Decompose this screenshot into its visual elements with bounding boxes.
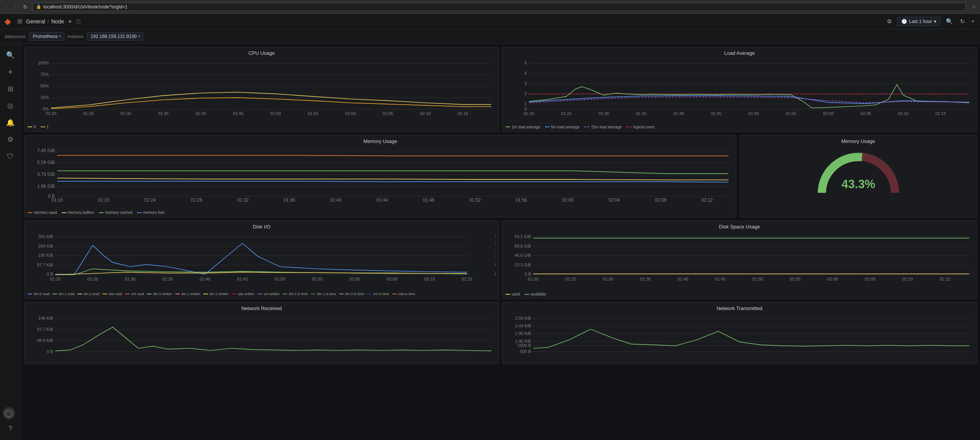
legend-disk-avail-color [525, 294, 529, 295]
legend-disk-used: used [506, 292, 520, 296]
svg-text:01:45: 01:45 [237, 277, 248, 281]
zoom-out-button[interactable]: 🔍 [944, 16, 955, 26]
svg-text:01:48: 01:48 [423, 197, 434, 203]
legend-dm0-io: dm-0 io time [339, 292, 364, 296]
legend-load-1m: 1m load average [506, 125, 540, 129]
disk-io-svg: 391 KiB 293 KiB 195 KiB 97.7 KiB 0 B 25 … [28, 233, 496, 288]
settings-button[interactable]: ⚙ [885, 16, 893, 26]
disk-space-title: Disk Space Usage [502, 221, 977, 231]
svg-text:01:20: 01:20 [528, 277, 539, 281]
legend-load-logical-label: logical cores [633, 125, 655, 129]
svg-text:25 ms: 25 ms [495, 234, 496, 239]
row2: Memory Usage 7.45 GiB 5.59 GiB [24, 135, 977, 217]
svg-text:02:05: 02:05 [387, 277, 398, 281]
svg-text:0: 0 [524, 107, 527, 111]
instance-dropdown[interactable]: 192.168.159.131:9100 ▾ [87, 32, 143, 41]
svg-text:02:05: 02:05 [383, 111, 394, 116]
grafana-topbar: ◈ ⊞ General / Node ★ ⬡ ⚙ 🕐 Last 1 hour ▾… [0, 14, 980, 29]
svg-text:01:28: 01:28 [191, 197, 202, 203]
legend-dm2-written: dm-2 written [203, 292, 229, 296]
svg-text:02:10: 02:10 [898, 111, 909, 116]
svg-text:0 B: 0 B [47, 272, 53, 276]
url-text: localhost:3000/d/UsiVtionk/node?orgId=1 [43, 4, 127, 10]
sidebar-item-search[interactable]: 🔍 [3, 48, 18, 63]
svg-text:01:50: 01:50 [270, 111, 281, 116]
legend-load-logical: logical cores [626, 125, 655, 129]
svg-text:02:05: 02:05 [861, 111, 871, 116]
svg-text:02:08: 02:08 [655, 197, 666, 203]
breadcrumb: General / Node [26, 18, 64, 25]
star-icon[interactable]: ★ [68, 19, 72, 24]
legend-mem-free: memory free [137, 210, 165, 215]
refresh-button[interactable]: ↻ [959, 16, 967, 26]
svg-text:50%: 50% [40, 84, 49, 88]
time-range-picker[interactable]: 🕐 Last 1 hour ▾ [897, 17, 940, 26]
svg-text:01:25: 01:25 [561, 111, 572, 116]
legend-cpu-0-color [28, 126, 32, 127]
network-received-panel: Network Received 146 KiB 97.7 KiB 48.8 K… [24, 302, 499, 364]
share-icon[interactable]: ⬡ [76, 18, 81, 25]
datasource-dropdown[interactable]: Prometheus ▾ [29, 32, 64, 41]
svg-text:97.7 KiB: 97.7 KiB [37, 263, 53, 267]
svg-text:02:10: 02:10 [424, 277, 435, 281]
legend-mem-cached: memory cached [99, 210, 132, 215]
svg-text:01:30: 01:30 [120, 111, 131, 116]
svg-text:01:45: 01:45 [233, 111, 244, 116]
legend-dm0-read: dm-0 read [28, 292, 49, 296]
legend-load-1m-color [506, 126, 510, 127]
sidebar-item-shield[interactable]: 🛡 [3, 149, 18, 164]
legend-cpu-0-label: 0 [34, 125, 36, 129]
forward-button[interactable]: › [13, 3, 18, 11]
network-received-title: Network Received [25, 302, 499, 313]
instance-label: instance [68, 34, 83, 39]
cpu-usage-title: CPU Usage [25, 47, 499, 57]
svg-text:01:35: 01:35 [162, 277, 173, 281]
svg-text:20 ms: 20 ms [495, 240, 496, 245]
disk-space-chart: 93.1 GiB 69.8 GiB 46.6 GiB 23.3 GiB 0 B … [502, 231, 977, 291]
sidebar-item-add[interactable]: + [3, 64, 18, 80]
svg-text:02:15: 02:15 [936, 111, 946, 116]
svg-text:293 KiB: 293 KiB [38, 244, 53, 248]
network-transmitted-panel: Network Transmitted 2.93 KiB [502, 302, 977, 364]
svg-text:500 B: 500 B [520, 349, 531, 354]
memory-legend: memory used memory buffers memory cached [25, 209, 736, 217]
breadcrumb-node[interactable]: Node [51, 18, 64, 25]
reload-button[interactable]: ↻ [21, 3, 30, 11]
legend-load-5m-label: 5m load average [551, 125, 580, 129]
sidebar-item-apps[interactable]: ⊞ [3, 81, 18, 97]
svg-text:4: 4 [524, 71, 527, 76]
sidebar-item-alerts[interactable]: 🔔 [3, 115, 18, 130]
svg-text:195 KiB: 195 KiB [38, 253, 53, 258]
disk-io-chart: 391 KiB 293 KiB 195 KiB 97.7 KiB 0 B 25 … [25, 231, 499, 291]
legend-dm2-read: dm-2 read [77, 292, 99, 296]
datasource-label: datasource [5, 34, 25, 39]
dashboard-content: CPU Usage 100% 75% 50% [21, 44, 980, 440]
back-button[interactable]: ‹ [4, 3, 10, 11]
legend-sda-read: sda read [102, 292, 122, 296]
svg-text:01:16: 01:16 [51, 197, 63, 203]
svg-text:1000 B: 1000 B [517, 343, 531, 348]
sidebar-item-settings[interactable]: ⚙ [3, 132, 18, 147]
svg-text:02:00: 02:00 [827, 277, 838, 281]
disk-io-panel: Disk I/O 391 KiB 293 KiB 195 [24, 220, 499, 299]
svg-text:01:25: 01:25 [87, 277, 98, 281]
bookmark-icon[interactable]: ☆ [972, 4, 976, 10]
svg-text:02:00: 02:00 [349, 277, 360, 281]
sidebar-item-help[interactable]: ? [3, 421, 18, 436]
memory-gauge-panel: Memory Usage 43.3% [740, 135, 977, 217]
datasource-value: Prometheus [33, 34, 58, 39]
cpu-usage-legend: 0 1 [25, 123, 499, 131]
legend-mem-used: memory used [28, 210, 57, 215]
legend-cpu-1-color [41, 126, 45, 127]
breadcrumb-general[interactable]: General [26, 18, 45, 25]
memory-usage-chart: 7.45 GiB 5.59 GiB 3.73 GiB 1.86 GiB 0 B … [25, 146, 736, 209]
refresh-caret-button[interactable]: ▾ [970, 18, 975, 25]
legend-dm2-io: dm-2 io time [283, 292, 308, 296]
sidebar-item-explore[interactable]: ◎ [3, 98, 18, 113]
load-average-legend: 1m load average 5m load average 15m load… [502, 123, 977, 131]
svg-text:01:24: 01:24 [144, 197, 156, 203]
browser-bar: ‹ › ↻ 🔒 localhost:3000/d/UsiVtionk/node?… [0, 0, 980, 14]
url-bar[interactable]: 🔒 localhost:3000/d/UsiVtionk/node?orgId=… [33, 3, 966, 11]
sidebar-item-profile[interactable]: ◯ [3, 407, 15, 419]
grid-icon: ⊞ [17, 18, 22, 25]
